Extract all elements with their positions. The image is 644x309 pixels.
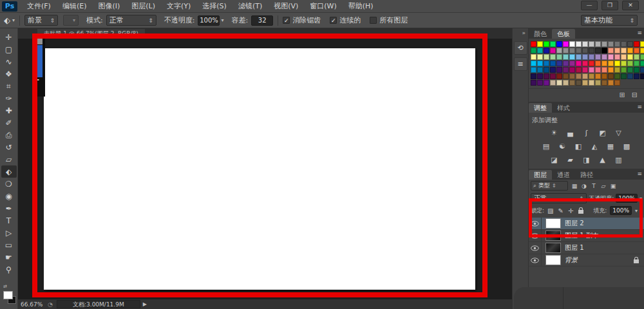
color-swatch[interactable] bbox=[537, 48, 543, 53]
color-swatch[interactable] bbox=[537, 61, 543, 66]
tab-swatches[interactable]: 色板 bbox=[552, 29, 575, 39]
layer-thumbnail[interactable] bbox=[545, 255, 561, 265]
menu-item-2[interactable]: 图像(I) bbox=[92, 0, 126, 13]
lock-position-icon[interactable]: ✛ bbox=[568, 207, 573, 214]
lock-image-pixels-icon[interactable]: ✎ bbox=[558, 207, 564, 214]
color-swatch[interactable] bbox=[608, 48, 614, 53]
color-swatch[interactable] bbox=[550, 73, 556, 79]
color-swatch[interactable] bbox=[627, 73, 633, 79]
color-swatch[interactable] bbox=[640, 41, 644, 47]
brush-tool[interactable]: ✐ bbox=[1, 117, 17, 129]
menu-item-7[interactable]: 视图(V) bbox=[268, 0, 304, 13]
levels-icon[interactable]: ▄ bbox=[565, 128, 576, 138]
color-swatch[interactable] bbox=[621, 73, 627, 79]
color-swatch[interactable] bbox=[531, 61, 536, 66]
opacity-input[interactable] bbox=[198, 15, 220, 26]
color-swatch[interactable] bbox=[627, 54, 633, 60]
checkbox-2[interactable]: 所有图层 bbox=[370, 15, 408, 25]
shape-layer-filter-icon[interactable]: ▱ bbox=[600, 183, 607, 189]
color-swatch[interactable] bbox=[640, 67, 644, 73]
color-swatch[interactable] bbox=[608, 67, 614, 73]
layer-thumbnail[interactable] bbox=[545, 243, 561, 253]
color-swatch[interactable] bbox=[614, 41, 620, 47]
color-swatch[interactable] bbox=[595, 48, 601, 53]
color-swatch[interactable] bbox=[608, 41, 614, 47]
lock-transparent-pixels-icon[interactable]: ▨ bbox=[547, 207, 553, 214]
panel-menu-icon[interactable]: ≡ bbox=[637, 171, 642, 177]
layer-row-0[interactable]: 图层 2 bbox=[529, 218, 644, 230]
swap-colors-icon[interactable]: ⇄ bbox=[3, 284, 7, 289]
color-swatch[interactable] bbox=[537, 54, 543, 60]
color-swatch[interactable] bbox=[544, 73, 549, 79]
crop-tool[interactable]: ⌗ bbox=[1, 80, 17, 92]
color-swatch[interactable] bbox=[621, 54, 627, 60]
color-swatch[interactable] bbox=[563, 61, 569, 66]
zoom-level[interactable]: 66.67% bbox=[21, 301, 48, 308]
photo-filter-icon[interactable]: ◭ bbox=[589, 142, 600, 151]
move-tool[interactable]: ✛ bbox=[1, 31, 17, 43]
color-swatch[interactable] bbox=[537, 41, 543, 47]
black-white-icon[interactable]: ◧ bbox=[573, 142, 584, 151]
marquee-tool[interactable]: ▢ bbox=[1, 43, 17, 55]
color-swatch[interactable] bbox=[589, 54, 594, 60]
color-swatch[interactable] bbox=[531, 48, 536, 53]
color-swatch[interactable] bbox=[556, 80, 562, 86]
tab-color[interactable]: 颜色 bbox=[529, 29, 552, 39]
color-swatch[interactable] bbox=[589, 73, 594, 79]
color-swatch[interactable] bbox=[563, 67, 569, 73]
threshold-icon[interactable]: ◨ bbox=[581, 155, 592, 165]
tab-layers[interactable]: 图层 bbox=[529, 170, 552, 180]
color-swatch[interactable] bbox=[556, 48, 562, 53]
dodge-tool[interactable]: ◉ bbox=[1, 190, 17, 202]
tool-preset-picker[interactable]: ⬖ ▾ bbox=[4, 15, 15, 25]
color-swatch[interactable] bbox=[563, 73, 569, 79]
color-swatch[interactable] bbox=[608, 80, 614, 86]
color-swatch[interactable] bbox=[608, 73, 614, 79]
checkbox-box[interactable]: ✓ bbox=[330, 17, 337, 24]
color-swatch[interactable] bbox=[576, 61, 582, 66]
color-swatch[interactable] bbox=[595, 61, 601, 66]
channel-mixer-icon[interactable]: ▦ bbox=[605, 142, 616, 151]
quick-selection-tool[interactable]: ❖ bbox=[1, 68, 17, 80]
zoom-tool[interactable]: ⚲ bbox=[1, 263, 17, 276]
color-swatch[interactable] bbox=[614, 67, 620, 73]
lock-all-icon[interactable] bbox=[578, 210, 583, 214]
color-swatch[interactable] bbox=[556, 41, 562, 47]
color-swatch[interactable] bbox=[601, 67, 607, 73]
color-swatch[interactable] bbox=[576, 48, 582, 53]
status-menu-arrow-icon[interactable]: ▶ bbox=[143, 301, 147, 307]
tab-styles[interactable]: 样式 bbox=[552, 103, 575, 113]
color-swatch[interactable] bbox=[531, 80, 536, 86]
foreground-color-swatch[interactable] bbox=[3, 291, 13, 299]
color-swatch[interactable] bbox=[550, 61, 556, 66]
color-swatch[interactable] bbox=[550, 54, 556, 60]
color-swatch[interactable] bbox=[595, 54, 601, 60]
menu-item-4[interactable]: 文字(Y) bbox=[161, 0, 196, 13]
panel-menu-icon[interactable]: ≡ bbox=[637, 30, 642, 36]
color-swatch[interactable] bbox=[569, 80, 575, 86]
color-swatch[interactable] bbox=[582, 67, 588, 73]
new-swatch-icon[interactable]: ⊞ bbox=[620, 91, 625, 99]
color-swatch[interactable] bbox=[621, 67, 627, 73]
color-swatch[interactable] bbox=[634, 54, 639, 60]
color-swatch[interactable] bbox=[569, 48, 575, 53]
color-swatch[interactable] bbox=[576, 67, 582, 73]
color-swatch[interactable] bbox=[608, 61, 614, 66]
visibility-toggle[interactable] bbox=[529, 218, 542, 230]
color-swatch[interactable] bbox=[582, 48, 588, 53]
properties-panel-icon[interactable]: ≡ bbox=[514, 57, 527, 71]
color-swatch[interactable] bbox=[601, 61, 607, 66]
path-selection-tool[interactable]: ▷ bbox=[1, 227, 17, 239]
workspace-switcher[interactable]: 基本功能 ⇕ bbox=[581, 15, 638, 26]
gradient-map-icon[interactable]: ▥ bbox=[613, 155, 624, 165]
color-balance-icon[interactable]: ☯ bbox=[557, 142, 568, 151]
color-swatch[interactable] bbox=[627, 61, 633, 66]
color-swatch[interactable] bbox=[634, 48, 639, 53]
blend-mode-select[interactable]: 正常 ⇕ bbox=[106, 15, 156, 26]
checkbox-box[interactable]: ✓ bbox=[283, 17, 290, 24]
color-swatch[interactable] bbox=[563, 54, 569, 60]
healing-brush-tool[interactable]: ✚ bbox=[1, 104, 17, 117]
color-swatch[interactable] bbox=[544, 41, 549, 47]
menu-item-5[interactable]: 选择(S) bbox=[196, 0, 232, 13]
tab-adjustments[interactable]: 调整 bbox=[529, 103, 552, 113]
